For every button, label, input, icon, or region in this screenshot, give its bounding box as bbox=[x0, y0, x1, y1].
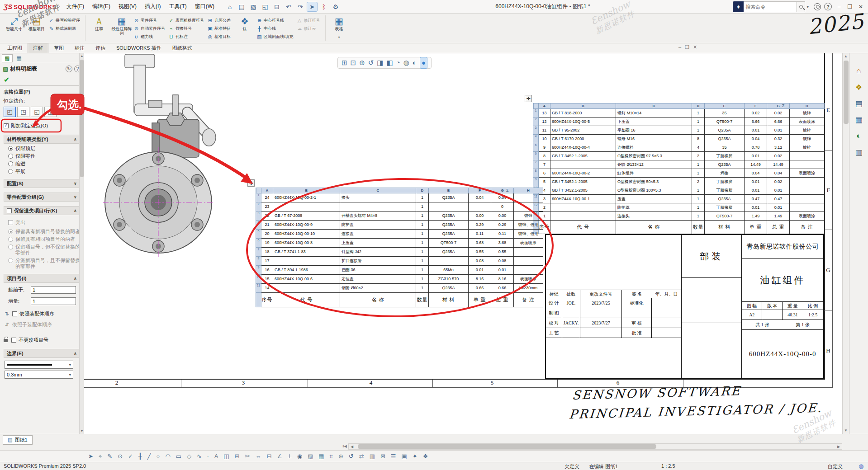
bom-cell[interactable]: 表面喷涂 bbox=[790, 169, 825, 178]
scroll-left-icon[interactable]: ◀ bbox=[349, 445, 355, 449]
sheet-tab[interactable]: ▤ 图纸1 bbox=[3, 435, 33, 445]
rectangle-tool-icon[interactable]: ▭ bbox=[176, 451, 181, 462]
polygon-tool-icon[interactable]: ◇ bbox=[187, 451, 191, 462]
bom-cell[interactable]: 镀锌 bbox=[790, 109, 825, 118]
attach-to-anchor-row[interactable]: 附加到定位点(O) bbox=[4, 121, 80, 130]
appearances-icon[interactable]: ◐ bbox=[853, 130, 865, 142]
radio-option[interactable]: 缩进 bbox=[4, 159, 80, 167]
table-row[interactable]: 8 17 扩口连接管 1 0.08 0.08 bbox=[256, 257, 543, 266]
menu-item[interactable]: 窗口(W) bbox=[191, 1, 218, 12]
home-icon[interactable]: ⌂ bbox=[853, 65, 865, 77]
mirror-tool-icon[interactable]: ◫ bbox=[223, 451, 229, 462]
bom-header-cell[interactable]: 单 重 bbox=[745, 221, 767, 234]
arc-tool-icon[interactable]: ◠ bbox=[165, 451, 170, 462]
no-change-row[interactable]: 不更改项目号 bbox=[4, 335, 80, 344]
scrollbar-thumb[interactable] bbox=[80, 60, 84, 177]
bom-cell[interactable]: 1 bbox=[416, 212, 429, 221]
scroll-up-icon[interactable]: ▲ bbox=[80, 53, 84, 59]
dimension-tool-icon[interactable]: ⌖ bbox=[99, 451, 102, 462]
bom-cell[interactable]: 丁腈橡胶 bbox=[705, 178, 745, 186]
bom-cell[interactable]: Q235A bbox=[429, 230, 469, 239]
datum-feature-icon[interactable]: ▣基准特征 bbox=[207, 24, 233, 33]
center-mark-icon[interactable]: ⊕中心符号线 bbox=[256, 16, 296, 24]
bom-cell[interactable]: 0.01 bbox=[767, 186, 790, 195]
bom-cell[interactable]: 0.66 bbox=[469, 284, 491, 293]
bom-cell[interactable]: 600HZ44X-10Q-00-9 bbox=[273, 221, 340, 230]
bom-cell[interactable]: 扩口连接管 bbox=[340, 257, 416, 266]
bom-cell[interactable]: 3.12 bbox=[767, 143, 790, 152]
select-tool-icon[interactable]: ➤ bbox=[88, 451, 93, 462]
column-letter-cell[interactable]: H bbox=[790, 103, 825, 109]
bom-cell[interactable]: 0.55 bbox=[491, 248, 514, 257]
increment-input[interactable] bbox=[31, 297, 76, 305]
bom-cell[interactable] bbox=[514, 248, 543, 257]
table-row[interactable]: 9 16 GB / T 894.1-1986 挡圈 36 1 65Mn 0.01… bbox=[256, 266, 543, 275]
row-number-cell[interactable]: 5 bbox=[533, 143, 539, 152]
table-row[interactable]: 3 22 GB / T 67-2008 开槽盘头螺钉 M4×8 1 Q235A … bbox=[256, 212, 543, 221]
bom-cell[interactable]: 0.47 bbox=[767, 195, 790, 203]
table-row[interactable]: 12 2 防护罩 1 丁腈橡胶 0.01 0.01 bbox=[533, 203, 824, 212]
bom-cell[interactable]: 0.01 bbox=[745, 126, 767, 135]
note-button[interactable]: Ａ 注释 bbox=[88, 15, 110, 36]
bom-cell[interactable]: 防护盘 bbox=[340, 221, 416, 230]
bom-cell[interactable]: 15 bbox=[261, 275, 273, 284]
bom-cell[interactable] bbox=[514, 193, 543, 202]
bom-header-cell[interactable]: 备 注 bbox=[790, 221, 825, 234]
doc-restore-icon[interactable]: ❐ bbox=[685, 44, 689, 50]
row-number-cell[interactable]: 5 bbox=[256, 230, 261, 239]
bom-cell[interactable]: 6 bbox=[539, 169, 550, 178]
bom-cell[interactable]: 螺钉 M10×14 bbox=[616, 109, 692, 118]
layers-tool-icon[interactable]: ☰ bbox=[391, 451, 396, 462]
bom-cell[interactable]: 35 bbox=[705, 109, 745, 118]
row-number-cell[interactable]: 9 bbox=[256, 266, 261, 275]
bom-header-cell[interactable]: 数量 bbox=[692, 221, 705, 234]
model-items-button[interactable]: ▤ 模型项目 bbox=[25, 15, 48, 36]
bom-cell[interactable]: O型橡胶密封圈 100×5.3 bbox=[616, 186, 692, 195]
pm-tab-sheet-icon[interactable]: ▦ bbox=[14, 54, 24, 62]
bom-cell[interactable]: 19 bbox=[261, 239, 273, 248]
bom-cell[interactable]: 7 bbox=[539, 160, 550, 169]
bom-cell[interactable]: O型橡胶密封圈 50×5.3 bbox=[616, 178, 692, 186]
command-tab[interactable]: 工程图 bbox=[2, 43, 28, 53]
doc-minimize-icon[interactable]: – bbox=[678, 44, 681, 50]
print-icon[interactable]: ⊟ bbox=[271, 2, 282, 12]
follow-assembly-checkbox[interactable] bbox=[12, 311, 17, 316]
bom-cell[interactable]: 0.00 bbox=[491, 212, 514, 221]
bom-cell[interactable]: 丁腈橡胶 bbox=[705, 203, 745, 212]
move-tool-icon[interactable]: ⇄ bbox=[359, 451, 364, 462]
bom-cell[interactable]: 缸体组件 bbox=[616, 169, 692, 178]
no-change-checkbox[interactable] bbox=[11, 338, 16, 343]
bom-cell[interactable]: 0.04 bbox=[491, 193, 514, 202]
column-letter-cell[interactable]: E bbox=[705, 103, 745, 109]
bom-cell[interactable]: 1 bbox=[416, 202, 429, 212]
ok-check-icon[interactable]: ✔ bbox=[4, 75, 9, 84]
surface-finish-icon[interactable]: ✓表面粗糙度符号 bbox=[168, 16, 207, 24]
table-row[interactable]: 8 6 600HZ44X-10Q-00-2 缸体组件 1 焊接 0.04 0.0… bbox=[533, 169, 824, 178]
radio-option[interactable]: 仅限零件 bbox=[4, 151, 80, 159]
bom-header-cell[interactable]: 名 称 bbox=[616, 221, 692, 234]
bom-cell[interactable]: 上压盖 bbox=[340, 239, 416, 248]
column-letter-cell[interactable]: C bbox=[340, 188, 416, 193]
row-number-cell[interactable]: 2 bbox=[256, 202, 261, 212]
bom-cell[interactable]: Q235A bbox=[705, 135, 745, 143]
bom-cell[interactable]: 丁腈橡胶 bbox=[705, 186, 745, 195]
search-badge-icon[interactable]: ✦ bbox=[733, 1, 744, 12]
previous-view-icon[interactable]: ↺ bbox=[368, 57, 374, 68]
command-tab[interactable]: 图纸格式 bbox=[167, 43, 198, 53]
model-view-3d[interactable] bbox=[90, 53, 226, 266]
bom-cell[interactable]: 1 bbox=[692, 169, 705, 178]
column-letter-cell[interactable]: A bbox=[539, 103, 550, 109]
bom-cell[interactable] bbox=[790, 160, 825, 169]
bom-cell[interactable]: 0.00 bbox=[469, 212, 491, 221]
bom-cell[interactable] bbox=[429, 202, 469, 212]
revision-cloud-icon[interactable]: ☁修订云 bbox=[296, 24, 323, 33]
bom-cell[interactable]: 螺母 M16 bbox=[616, 135, 692, 143]
bom-cell[interactable] bbox=[790, 152, 825, 160]
smart-dimension-button[interactable]: ⤢ 智能尺寸 bbox=[3, 15, 25, 36]
table-row[interactable]: 6 8 GB / T 3452.1-2005 O型橡胶密封圈 97.5×5.3 … bbox=[533, 152, 824, 160]
table-row[interactable]: 5 20 600HZ44X-10Q-00-10 连接盘 1 Q235A 0.11… bbox=[256, 230, 543, 239]
bom-cell[interactable]: 镀锌、借用 bbox=[514, 230, 543, 239]
table-row[interactable]: 6 19 600HZ44X-10Q-00-8 上压盖 1 QT500-7 3.6… bbox=[256, 239, 543, 248]
bom-cell[interactable]: 1 bbox=[416, 221, 429, 230]
bom-cell[interactable] bbox=[514, 202, 543, 212]
